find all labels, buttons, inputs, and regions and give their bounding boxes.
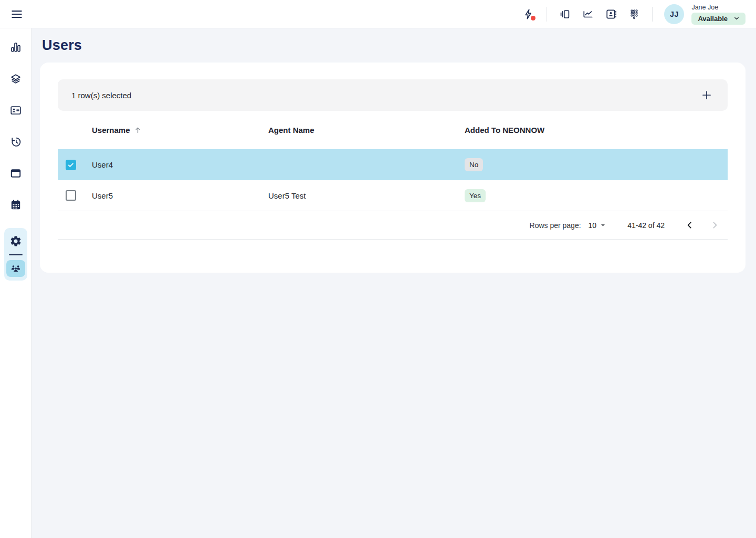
dialpad-icon xyxy=(628,8,640,20)
rows-per-page-select[interactable]: 10 xyxy=(589,221,608,230)
settings-group-divider xyxy=(9,254,23,255)
column-label: Username xyxy=(92,126,130,134)
main-content: Users 1 row(s) selected Username Agent N… xyxy=(32,28,756,538)
page-title: Users xyxy=(42,37,756,54)
hamburger-menu-button[interactable] xyxy=(6,4,27,25)
chevron-right-icon xyxy=(710,220,720,230)
sidebar-item-analytics[interactable] xyxy=(6,38,25,57)
top-bar: JJ Jane Joe Available xyxy=(0,0,756,28)
selection-toolbar: 1 row(s) selected xyxy=(58,79,728,111)
cell-username: User4 xyxy=(92,160,268,169)
checkbox-cell xyxy=(58,190,92,201)
hamburger-menu-icon xyxy=(10,7,24,21)
contact-book-icon xyxy=(605,8,617,20)
panels-icon xyxy=(559,8,571,20)
table-header-row: Username Agent Name Added To NEONNOW xyxy=(58,111,728,149)
dialpad-button[interactable] xyxy=(624,4,645,25)
previous-page-button[interactable] xyxy=(680,216,698,234)
calendar-icon xyxy=(9,199,22,211)
user-block: Jane Joe Available xyxy=(691,4,746,25)
pagination-range: 41-42 of 42 xyxy=(627,221,665,230)
gear-icon xyxy=(9,235,22,247)
table-row[interactable]: User4 No xyxy=(58,149,728,180)
avatar[interactable]: JJ xyxy=(664,4,684,24)
notification-dot xyxy=(531,16,536,20)
line-chart-icon xyxy=(582,8,594,20)
added-status-badge: No xyxy=(465,158,483,171)
sidebar-item-history[interactable] xyxy=(6,132,25,151)
check-icon xyxy=(67,161,75,169)
team-icon xyxy=(10,263,22,274)
column-label: Agent Name xyxy=(268,126,314,134)
sidebar-item-settings[interactable] xyxy=(6,232,25,251)
user-name: Jane Joe xyxy=(691,4,718,11)
notifications-button[interactable] xyxy=(518,4,539,25)
contacts-button[interactable] xyxy=(601,4,622,25)
selection-count-text: 1 row(s) selected xyxy=(71,91,131,100)
sidebar-settings-group xyxy=(4,228,27,281)
sidebar-item-users[interactable] xyxy=(6,260,25,277)
cell-added-to-neonnow: No xyxy=(465,158,728,171)
cell-agent-name: User5 Test xyxy=(268,191,465,200)
column-header-username[interactable]: Username xyxy=(92,126,268,134)
browser-window-icon xyxy=(9,167,22,180)
sidebar-item-contact-card[interactable] xyxy=(6,101,25,120)
history-icon xyxy=(9,136,22,148)
metrics-button[interactable] xyxy=(578,4,598,25)
cell-added-to-neonnow: Yes xyxy=(465,189,728,202)
checkbox-cell xyxy=(58,160,92,170)
rows-per-page-label: Rows per page: xyxy=(530,221,581,230)
top-bar-actions: JJ Jane Joe Available xyxy=(518,4,746,25)
row-checkbox-unchecked[interactable] xyxy=(66,190,76,201)
users-card: 1 row(s) selected Username Agent Name Ad… xyxy=(40,63,746,273)
divider xyxy=(547,7,547,22)
added-status-badge: Yes xyxy=(465,189,486,202)
sidebar-item-calendar[interactable] xyxy=(6,195,25,214)
next-page-button[interactable] xyxy=(706,216,723,234)
table-row[interactable]: User5 User5 Test Yes xyxy=(58,180,728,211)
column-header-agent-name[interactable]: Agent Name xyxy=(268,126,465,134)
column-label: Added To NEONNOW xyxy=(465,126,544,134)
panels-button[interactable] xyxy=(554,4,575,25)
caret-down-icon xyxy=(598,221,607,230)
add-user-button[interactable] xyxy=(698,87,715,104)
plus-icon xyxy=(700,89,713,101)
divider xyxy=(652,7,653,22)
rows-per-page-value: 10 xyxy=(589,221,597,230)
pagination-bar: Rows per page: 10 41-42 of 42 xyxy=(58,211,728,240)
row-checkbox-checked[interactable] xyxy=(66,160,76,170)
sidebar-item-browser[interactable] xyxy=(6,164,25,183)
availability-status-button[interactable]: Available xyxy=(691,13,746,25)
cell-username: User5 xyxy=(92,191,268,200)
layers-icon xyxy=(9,73,22,85)
bar-chart-icon xyxy=(9,41,22,54)
sidebar-item-layers[interactable] xyxy=(6,69,25,88)
column-header-added-to-neonnow[interactable]: Added To NEONNOW xyxy=(465,126,728,134)
chevron-down-icon xyxy=(733,15,740,22)
id-card-icon xyxy=(9,104,22,117)
sidebar xyxy=(0,28,32,538)
status-label: Available xyxy=(698,15,728,23)
chevron-left-icon xyxy=(685,220,695,230)
sort-asc-arrow-icon xyxy=(133,126,142,134)
